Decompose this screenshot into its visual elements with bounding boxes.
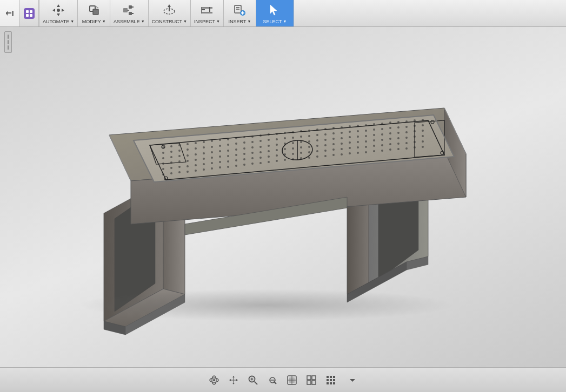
- fit-button[interactable]: [265, 373, 280, 388]
- svg-rect-289: [330, 382, 332, 384]
- svg-point-155: [187, 160, 189, 162]
- svg-rect-281: [312, 381, 316, 384]
- svg-point-139: [324, 139, 327, 141]
- svg-point-114: [389, 127, 391, 129]
- svg-point-232: [276, 160, 278, 162]
- svg-point-244: [373, 150, 375, 152]
- inspect-group[interactable]: INSPECT ▼: [191, 0, 224, 26]
- svg-point-163: [251, 152, 254, 154]
- svg-rect-285: [327, 379, 329, 381]
- svg-point-98: [259, 140, 262, 142]
- svg-point-223: [203, 168, 205, 171]
- svg-point-102: [292, 137, 294, 139]
- svg-rect-25: [202, 7, 212, 9]
- svg-point-112: [373, 129, 375, 131]
- nav-small-group: [0, 0, 39, 26]
- insert-group[interactable]: INSERT ▼: [224, 0, 256, 26]
- display-mode-button[interactable]: [284, 373, 299, 388]
- svg-point-156: [195, 159, 197, 161]
- svg-point-222: [195, 170, 197, 172]
- insert-arrow: ▼: [247, 19, 251, 23]
- svg-marker-11: [62, 9, 64, 12]
- svg-point-209: [357, 146, 359, 148]
- svg-point-148: [397, 132, 399, 134]
- svg-rect-16: [123, 8, 128, 12]
- svg-point-196: [251, 157, 254, 159]
- svg-point-242: [357, 152, 359, 154]
- svg-point-159: [219, 156, 221, 158]
- svg-point-142: [349, 136, 351, 138]
- automate-icon: [51, 3, 66, 18]
- construct-group[interactable]: CONSTRUCT ▼: [149, 0, 191, 26]
- modify-icon: [86, 3, 102, 18]
- svg-point-179: [381, 139, 383, 141]
- svg-point-167: [284, 148, 286, 150]
- svg-rect-4: [26, 10, 29, 13]
- svg-marker-24: [168, 4, 171, 7]
- svg-point-189: [195, 164, 197, 166]
- svg-rect-2: [12, 11, 14, 16]
- svg-point-220: [178, 171, 181, 173]
- svg-point-180: [389, 138, 391, 140]
- svg-point-106: [324, 133, 327, 136]
- construct-label: CONSTRUCT ▼: [152, 19, 187, 24]
- svg-point-124: [203, 152, 205, 154]
- svg-point-120: [170, 156, 172, 158]
- svg-point-203: [308, 151, 310, 153]
- viewport[interactable]: [0, 27, 566, 367]
- svg-point-192: [219, 161, 221, 163]
- grid-button[interactable]: [304, 373, 319, 388]
- svg-point-169: [300, 146, 302, 148]
- insert-label: INSERT ▼: [229, 19, 251, 24]
- svg-rect-280: [307, 381, 311, 384]
- svg-rect-284: [333, 376, 335, 378]
- svg-point-131: [259, 146, 262, 148]
- assemble-group[interactable]: ASSEMBLE ▼: [110, 0, 148, 26]
- svg-rect-26: [202, 9, 205, 10]
- svg-point-174: [341, 143, 343, 145]
- orbit-button[interactable]: [207, 373, 222, 388]
- svg-point-245: [381, 150, 383, 152]
- assemble-icon: [122, 3, 137, 18]
- automate-icon-row: [51, 3, 66, 18]
- expand-button[interactable]: [345, 373, 360, 388]
- svg-point-140: [332, 138, 335, 140]
- insert-icon-row: [232, 3, 247, 18]
- svg-point-54: [170, 145, 172, 147]
- assemble-arrow: ▼: [141, 19, 145, 23]
- svg-marker-1: [6, 11, 8, 16]
- svg-point-127: [227, 150, 229, 152]
- svg-point-138: [316, 139, 318, 141]
- select-arrow: ▼: [283, 19, 287, 23]
- grid-alt-button[interactable]: [323, 373, 338, 388]
- select-label: SELECT ▼: [263, 19, 287, 24]
- modify-arrow: ▼: [102, 19, 106, 23]
- svg-point-97: [251, 141, 254, 143]
- assemble-icon-row: [122, 3, 137, 18]
- svg-marker-10: [52, 9, 55, 12]
- automate-group[interactable]: AUTOMATE ▼: [39, 0, 78, 26]
- svg-point-123: [195, 153, 197, 156]
- svg-point-119: [162, 157, 164, 159]
- modify-group[interactable]: MODIFY ▼: [78, 0, 110, 26]
- svg-point-158: [211, 157, 213, 159]
- svg-point-233: [284, 159, 286, 161]
- svg-rect-6: [26, 14, 29, 17]
- svg-point-266: [213, 379, 215, 381]
- svg-point-115: [397, 126, 399, 129]
- svg-point-187: [178, 166, 181, 168]
- app-icon-button[interactable]: [19, 0, 39, 26]
- svg-point-165: [268, 150, 270, 152]
- construct-icon-row: [162, 3, 177, 18]
- back-button[interactable]: [0, 0, 19, 26]
- view-cube[interactable]: [4, 31, 12, 53]
- svg-point-103: [300, 136, 302, 138]
- modify-label: MODIFY ▼: [82, 19, 106, 24]
- zoom-button[interactable]: [245, 373, 261, 388]
- pan-button[interactable]: [226, 373, 241, 388]
- svg-point-105: [316, 134, 318, 136]
- svg-rect-286: [330, 379, 332, 381]
- svg-point-182: [405, 137, 408, 139]
- svg-point-101: [284, 137, 286, 139]
- select-group[interactable]: SELECT ▼: [256, 0, 294, 26]
